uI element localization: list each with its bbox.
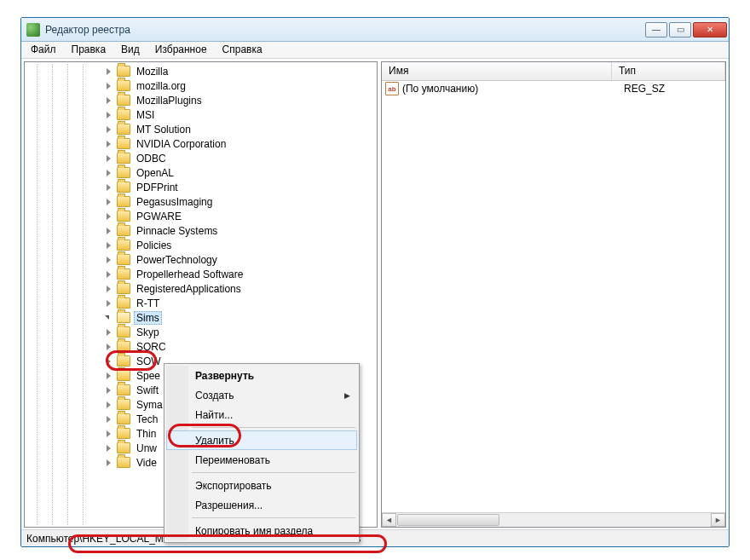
- maximize-button[interactable]: ▭: [669, 22, 691, 38]
- tree-node-label: Swift: [134, 384, 161, 396]
- expander-icon[interactable]: [105, 125, 113, 134]
- expander-icon[interactable]: [105, 82, 113, 90]
- tree-node-label: Mozilla: [134, 66, 170, 78]
- value-row[interactable]: ab(По умолчанию)REG_SZ: [382, 81, 725, 96]
- tree-node-label: R-TT: [134, 297, 162, 309]
- titlebar[interactable]: Редактор реестра — ▭ ✕: [21, 18, 729, 42]
- expander-icon[interactable]: [105, 430, 113, 438]
- context-menu-item[interactable]: Разрешения...: [166, 495, 357, 515]
- context-menu-item[interactable]: Удалить: [166, 430, 357, 450]
- expander-icon[interactable]: [105, 140, 113, 148]
- scroll-track[interactable]: [500, 513, 711, 527]
- scroll-right-button[interactable]: ►: [711, 513, 725, 527]
- tree-node-label: Tech: [134, 413, 160, 425]
- tree-node-label: SORC: [134, 341, 169, 353]
- expander-icon[interactable]: [105, 314, 113, 322]
- folder-icon: [117, 384, 130, 395]
- h-scrollbar[interactable]: ◄ ►: [382, 512, 725, 527]
- folder-icon: [117, 413, 130, 424]
- col-name[interactable]: Имя: [382, 62, 612, 80]
- expander-icon[interactable]: [105, 198, 113, 206]
- folder-icon: [117, 211, 130, 222]
- expander-icon[interactable]: [105, 343, 113, 351]
- menu-fav[interactable]: Избранное: [147, 42, 215, 58]
- context-menu[interactable]: РазвернутьСоздать▶Найти...УдалитьПереиме…: [164, 363, 360, 543]
- tree-node-label: PegasusImaging: [134, 196, 215, 208]
- tree-node-label: PDFPrint: [134, 182, 181, 193]
- folder-icon: [117, 109, 130, 120]
- tree-node-label: MT Solution: [134, 124, 193, 136]
- values-body[interactable]: ab(По умолчанию)REG_SZ: [382, 81, 725, 96]
- tree-node-label: Pinnacle Systems: [134, 225, 220, 237]
- expander-icon[interactable]: [105, 256, 113, 264]
- tree-node-label: Propellerhead Software: [134, 268, 245, 280]
- menu-view[interactable]: Вид: [113, 42, 147, 58]
- close-button[interactable]: ✕: [693, 22, 727, 38]
- expander-icon[interactable]: [105, 241, 113, 250]
- context-menu-separator: [192, 427, 355, 428]
- folder-icon: [117, 428, 130, 439]
- expander-icon[interactable]: [105, 285, 113, 293]
- folder-icon: [117, 124, 130, 135]
- tree-node-label: MozillaPlugins: [134, 95, 205, 107]
- folder-icon: [117, 283, 130, 294]
- context-menu-item[interactable]: Переименовать: [166, 450, 357, 470]
- status-bar: Компьютер\HKEY_LOCAL_MACHINE\SOFTWARE\Wo…: [21, 529, 729, 546]
- expander-icon[interactable]: [105, 459, 113, 467]
- submenu-arrow-icon: ▶: [344, 391, 350, 400]
- context-menu-item[interactable]: Найти...: [166, 405, 357, 424]
- scroll-thumb[interactable]: [397, 514, 499, 526]
- expander-icon[interactable]: [105, 444, 113, 453]
- folder-icon: [117, 196, 130, 207]
- context-menu-item[interactable]: Развернуть: [166, 366, 357, 385]
- expander-icon[interactable]: [105, 111, 113, 119]
- menu-file[interactable]: Файл: [23, 42, 64, 58]
- menu-help[interactable]: Справка: [215, 42, 270, 58]
- folder-icon: [117, 153, 130, 164]
- expander-icon[interactable]: [105, 169, 113, 177]
- expander-icon[interactable]: [105, 299, 113, 308]
- expander-icon[interactable]: [105, 67, 113, 76]
- context-menu-separator: [192, 517, 355, 518]
- context-menu-separator: [192, 472, 355, 473]
- regedit-icon: [26, 23, 40, 37]
- tree-node-label: RegisteredApplications: [134, 283, 244, 295]
- tree-node-label: Policies: [134, 240, 174, 251]
- expander-icon[interactable]: [105, 357, 113, 366]
- expander-icon[interactable]: [105, 415, 113, 424]
- context-menu-item[interactable]: Копировать имя раздела: [166, 521, 357, 540]
- expander-icon[interactable]: [105, 372, 113, 380]
- expander-icon[interactable]: [105, 183, 113, 192]
- status-prefix: Компьюте: [26, 533, 73, 545]
- folder-icon: [117, 457, 130, 468]
- expander-icon[interactable]: [105, 386, 113, 395]
- minimize-button[interactable]: —: [645, 22, 667, 38]
- folder-icon: [117, 66, 130, 77]
- menu-edit[interactable]: Правка: [64, 42, 114, 58]
- context-menu-item[interactable]: Экспортировать: [166, 476, 357, 495]
- folder-icon: [117, 312, 130, 323]
- expander-icon[interactable]: [105, 227, 113, 235]
- regedit-window: Редактор реестра — ▭ ✕ Файл Правка Вид И…: [20, 17, 730, 547]
- tree-node-label: Skyp: [134, 326, 162, 338]
- expander-icon[interactable]: [105, 96, 113, 105]
- expander-icon[interactable]: [105, 401, 113, 409]
- expander-icon[interactable]: [105, 154, 113, 163]
- expander-icon[interactable]: [105, 270, 113, 279]
- folder-icon: [117, 341, 130, 352]
- tree-node-label: PowerTechnology: [134, 254, 220, 266]
- folder-icon: [117, 80, 130, 91]
- values-pane[interactable]: Имя Тип ab(По умолчанию)REG_SZ ◄ ►: [381, 61, 726, 528]
- context-menu-item[interactable]: Создать▶: [166, 385, 357, 405]
- window-title: Редактор реестра: [45, 24, 130, 36]
- col-type[interactable]: Тип: [612, 62, 725, 80]
- tree-node-label: Vide: [134, 457, 159, 469]
- scroll-left-button[interactable]: ◄: [382, 513, 396, 527]
- folder-icon: [117, 138, 130, 149]
- folder-icon: [117, 370, 130, 381]
- client-area: Mozillamozilla.orgMozillaPluginsMSIMT So…: [21, 60, 729, 529]
- values-header[interactable]: Имя Тип: [382, 62, 725, 81]
- folder-icon: [117, 240, 130, 251]
- expander-icon[interactable]: [105, 328, 113, 337]
- expander-icon[interactable]: [105, 212, 113, 221]
